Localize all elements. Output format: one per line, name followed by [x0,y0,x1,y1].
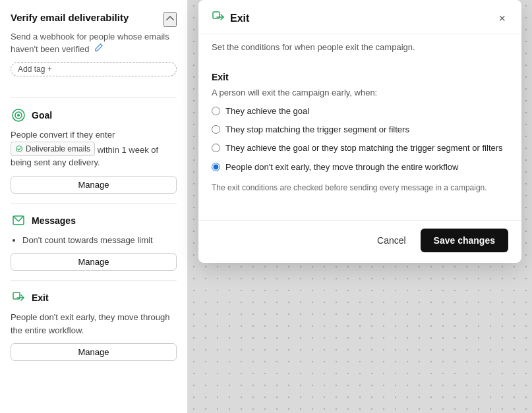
modal-body: Exit A person will exit the campaign ear… [198,61,521,220]
exit-option-1[interactable]: They achieve the goal [212,105,508,117]
divider-1 [11,97,177,98]
modal-footer: Cancel Save changes [198,220,521,263]
exit-option-1-radio[interactable] [212,107,220,115]
deliverable-emails-tag: Deliverable emails [11,142,95,156]
modal-subtitle-area: Set the conditions for when people exit … [198,34,521,52]
cancel-button[interactable]: Cancel [369,230,414,251]
messages-bullet-item: Don't count towards message limit [22,234,177,247]
exit-option-3-label: They achieve the goal or they stop match… [225,142,503,154]
collapse-button[interactable] [163,12,177,27]
exit-icon [11,290,26,306]
svg-point-3 [16,146,22,151]
exit-option-2-radio[interactable] [212,125,220,134]
exit-body: People don't exit early, they move throu… [11,311,177,337]
exit-option-4-radio[interactable] [212,163,220,171]
exit-modal-icon [212,11,225,26]
save-changes-button[interactable]: Save changes [421,229,508,252]
messages-manage-button[interactable]: Manage [11,253,177,271]
goal-section-header: Goal [11,107,177,123]
exit-option-4-label: People don't exit early, they move throu… [225,161,458,173]
modal-close-button[interactable]: × [496,11,508,26]
modal-section-description: A person will exit the campaign early, w… [212,88,508,97]
svg-point-2 [17,114,20,117]
exit-option-2-label: They stop matching the trigger segment o… [225,124,409,136]
modal-title: Exit [230,13,249,24]
exit-option-2[interactable]: They stop matching the trigger segment o… [212,124,508,136]
goal-body: People convert if they enter Deliverable… [11,128,177,169]
exit-options-group: They achieve the goal They stop matching… [212,105,508,173]
add-tag-button[interactable]: Add tag + [11,62,177,76]
divider-3 [11,280,177,281]
exit-option-3-radio[interactable] [212,144,220,152]
exit-section-header: Exit [11,290,177,306]
modal-section-title: Exit [212,72,508,82]
right-area: Exit × Set the conditions for when peopl… [188,0,532,413]
left-panel: Verify email deliverability Send a webho… [0,0,188,413]
modal-note: The exit conditions are checked before s… [212,182,508,194]
edit-icon[interactable] [94,43,103,55]
exit-option-3[interactable]: They achieve the goal or they stop match… [212,142,508,154]
divider-2 [11,203,177,204]
modal-subtitle: Set the conditions for when people exit … [212,42,508,52]
panel-title: Verify email deliverability [11,12,129,23]
goal-icon [11,107,26,123]
exit-option-4[interactable]: People don't exit early, they move throu… [212,161,508,173]
modal-header-left: Exit [212,11,249,26]
exit-modal: Exit × Set the conditions for when peopl… [198,0,521,263]
panel-header: Verify email deliverability [11,12,177,27]
goal-title: Goal [32,110,52,121]
exit-title: Exit [32,292,49,303]
messages-bullet-list: Don't count towards message limit [11,234,177,247]
goal-manage-button[interactable]: Manage [11,176,177,194]
messages-icon [11,213,26,229]
panel-description: Send a webhook for people whose emails h… [11,31,177,55]
exit-option-1-label: They achieve the goal [225,105,309,117]
exit-manage-button[interactable]: Manage [11,343,177,361]
messages-section-header: Messages [11,213,177,229]
messages-title: Messages [32,215,76,226]
modal-header: Exit × [198,0,521,34]
modal-backdrop: Exit × Set the conditions for when peopl… [188,0,532,413]
